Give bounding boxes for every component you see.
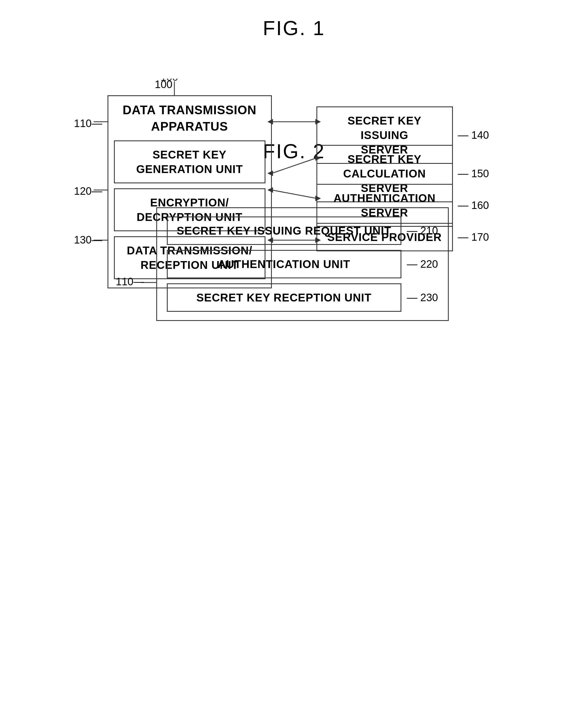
fig2-inner-box-210: SECRET KEY ISSUING REQUEST UNIT [167, 217, 401, 245]
ref-100-label: 100 [155, 79, 172, 90]
fig2-title: FIG. 2 [263, 140, 325, 163]
fig2-ref-210: — 210 [407, 225, 438, 237]
fig2-ref-220: — 220 [407, 258, 438, 270]
inner-box-110: SECRET KEYGENERATION UNIT [114, 141, 266, 183]
fig2-outer-box: SECRET KEY ISSUING REQUEST UNIT — 210 AU… [156, 207, 449, 321]
fig2-inner-box-230: SECRET KEY RECEPTION UNIT [167, 283, 401, 312]
ref-140: — 140 [458, 129, 489, 141]
label-120: 120— [74, 185, 102, 197]
ref-150: — 150 [458, 168, 489, 180]
page: FIG. 1 100 [0, 0, 588, 213]
ref-160: — 160 [458, 199, 489, 211]
fig2-ref-230: — 230 [407, 292, 438, 304]
fig1-title: FIG. 1 [263, 17, 325, 40]
fig2-inner-box-220: AUTHENTICATION UNIT [167, 250, 401, 278]
label-130: 130— [74, 234, 102, 246]
ref-170: — 170 [458, 231, 489, 243]
fig2-label-110: 110— [116, 276, 144, 288]
label-110: 110— [74, 118, 102, 129]
main-box-title: DATA TRANSMISSIONAPPARATUS [114, 102, 266, 135]
